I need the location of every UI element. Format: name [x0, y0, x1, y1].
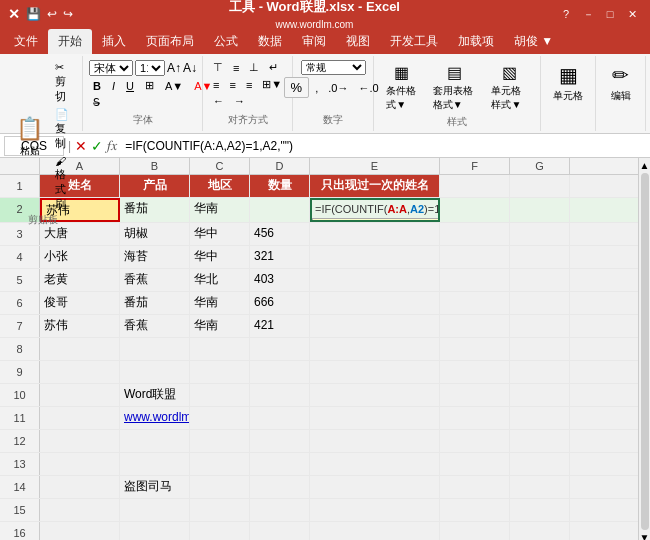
cell-b14[interactable]: 盗图司马	[120, 476, 190, 498]
cell-c11[interactable]	[190, 407, 250, 429]
cell-f12[interactable]	[440, 430, 510, 452]
cell-d13[interactable]	[250, 453, 310, 475]
col-header-g[interactable]: G	[510, 158, 570, 174]
cell-d8[interactable]	[250, 338, 310, 360]
cell-g8[interactable]	[510, 338, 570, 360]
cell-g1[interactable]	[510, 175, 570, 197]
cell-c12[interactable]	[190, 430, 250, 452]
tab-user[interactable]: 胡俊 ▼	[504, 29, 563, 54]
vertical-scrollbar[interactable]: ▲ ▼	[638, 158, 650, 540]
cell-a15[interactable]	[40, 499, 120, 521]
tab-page-layout[interactable]: 页面布局	[136, 29, 204, 54]
cell-c6[interactable]: 华南	[190, 292, 250, 314]
table-format-btn[interactable]: ▤ 套用表格格式▼	[427, 60, 482, 115]
cell-a9[interactable]	[40, 361, 120, 383]
bold-button[interactable]: B	[89, 79, 105, 93]
cell-e16[interactable]	[310, 522, 440, 540]
cell-d1[interactable]: 数量	[250, 175, 310, 197]
col-header-e[interactable]: E	[310, 158, 440, 174]
fill-color-button[interactable]: A▼	[161, 79, 187, 93]
cell-g5[interactable]	[510, 269, 570, 291]
cell-a10[interactable]	[40, 384, 120, 406]
cell-f3[interactable]	[440, 223, 510, 245]
cell-g11[interactable]	[510, 407, 570, 429]
strikethrough-btn[interactable]: S̶	[89, 95, 104, 110]
increase-font-icon[interactable]: A↑	[167, 61, 181, 75]
cell-f6[interactable]	[440, 292, 510, 314]
align-left-btn[interactable]: ≡	[209, 77, 223, 92]
conditional-format-btn[interactable]: ▦ 条件格式▼	[380, 60, 423, 115]
cell-e15[interactable]	[310, 499, 440, 521]
align-middle-btn[interactable]: ≡	[229, 60, 243, 75]
cell-g3[interactable]	[510, 223, 570, 245]
save-icon[interactable]: 💾	[26, 7, 41, 21]
cancel-formula-icon[interactable]: ✕	[75, 138, 87, 154]
align-top-btn[interactable]: ⊤	[209, 60, 227, 75]
cell-g2[interactable]	[510, 198, 570, 222]
cell-d2[interactable]	[250, 198, 310, 222]
cell-c16[interactable]	[190, 522, 250, 540]
cell-f16[interactable]	[440, 522, 510, 540]
cell-a13[interactable]	[40, 453, 120, 475]
cell-a7[interactable]: 苏伟	[40, 315, 120, 337]
scroll-down-icon[interactable]: ▼	[640, 532, 650, 540]
cell-e2[interactable]: =IF(COUNTIF(A:A,A2)=1,A2,"") =IF(COUNTIF…	[310, 198, 440, 222]
cell-e3[interactable]	[310, 223, 440, 245]
tab-view[interactable]: 视图	[336, 29, 380, 54]
confirm-formula-icon[interactable]: ✓	[91, 138, 103, 154]
cell-d12[interactable]	[250, 430, 310, 452]
cell-b5[interactable]: 香蕉	[120, 269, 190, 291]
cell-d14[interactable]	[250, 476, 310, 498]
tab-developer[interactable]: 开发工具	[380, 29, 448, 54]
cell-d4[interactable]: 321	[250, 246, 310, 268]
wrap-text-btn[interactable]: ↵	[265, 60, 282, 75]
cell-d6[interactable]: 666	[250, 292, 310, 314]
cell-style-btn[interactable]: ▧ 单元格样式▼	[485, 60, 534, 115]
cell-g7[interactable]	[510, 315, 570, 337]
decrease-font-icon[interactable]: A↓	[183, 61, 197, 75]
cell-b7[interactable]: 香蕉	[120, 315, 190, 337]
cell-b12[interactable]	[120, 430, 190, 452]
cell-format-btn[interactable]: ▦ 单元格	[547, 60, 589, 106]
align-center-btn[interactable]: ≡	[225, 77, 239, 92]
maximize-icon[interactable]: □	[600, 4, 620, 24]
undo-icon[interactable]: ↩	[47, 7, 57, 21]
cell-d7[interactable]: 421	[250, 315, 310, 337]
cell-d11[interactable]	[250, 407, 310, 429]
indent-less-btn[interactable]: ←	[209, 94, 228, 108]
close-icon[interactable]: ✕	[622, 4, 642, 24]
cell-e12[interactable]	[310, 430, 440, 452]
cell-d16[interactable]	[250, 522, 310, 540]
cell-b2[interactable]: 番茄	[120, 198, 190, 222]
tab-formula[interactable]: 公式	[204, 29, 248, 54]
cell-f5[interactable]	[440, 269, 510, 291]
cell-c8[interactable]	[190, 338, 250, 360]
cell-d5[interactable]: 403	[250, 269, 310, 291]
cell-b13[interactable]	[120, 453, 190, 475]
cell-a14[interactable]	[40, 476, 120, 498]
cell-g9[interactable]	[510, 361, 570, 383]
scroll-thumb[interactable]	[641, 173, 649, 530]
cell-g15[interactable]	[510, 499, 570, 521]
cell-b10[interactable]: Word联盟	[120, 384, 190, 406]
cell-e13[interactable]	[310, 453, 440, 475]
border-button[interactable]: ⊞	[141, 78, 158, 93]
cell-e10[interactable]	[310, 384, 440, 406]
copy-button[interactable]: 📄 复制	[51, 107, 76, 152]
col-header-c[interactable]: C	[190, 158, 250, 174]
cell-a8[interactable]	[40, 338, 120, 360]
cell-e5[interactable]	[310, 269, 440, 291]
cell-a4[interactable]: 小张	[40, 246, 120, 268]
cell-b8[interactable]	[120, 338, 190, 360]
cell-g12[interactable]	[510, 430, 570, 452]
cell-b4[interactable]: 海苔	[120, 246, 190, 268]
cell-a11[interactable]	[40, 407, 120, 429]
cell-f13[interactable]	[440, 453, 510, 475]
scroll-up-icon[interactable]: ▲	[640, 160, 650, 171]
cell-d10[interactable]	[250, 384, 310, 406]
minimize-icon[interactable]: －	[578, 4, 598, 24]
cell-a6[interactable]: 俊哥	[40, 292, 120, 314]
paste-button[interactable]: 📋 粘贴	[10, 113, 49, 161]
cell-a5[interactable]: 老黄	[40, 269, 120, 291]
cell-c15[interactable]	[190, 499, 250, 521]
